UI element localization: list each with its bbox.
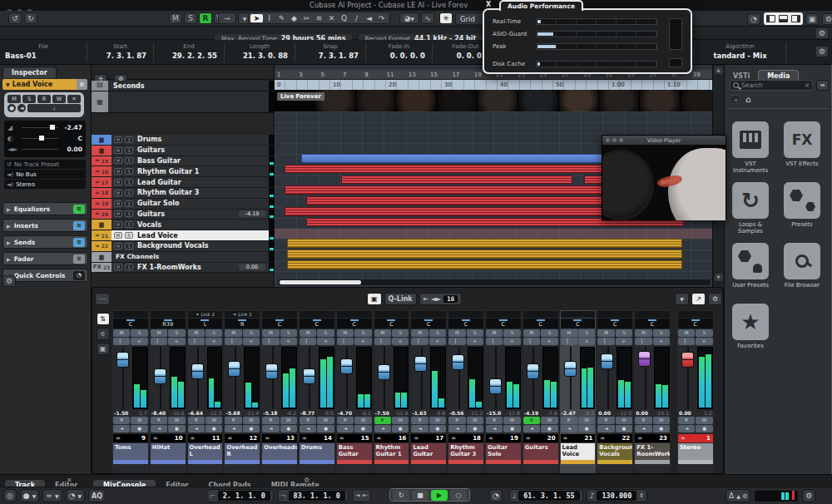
channel-name[interactable]: Lead Voice [561,443,596,460]
read-automation-button[interactable]: R [597,417,614,424]
record-enable-button[interactable]: ● [578,425,595,432]
track-mute-button[interactable]: M [114,147,122,154]
channel-name[interactable]: Overhead R [225,443,260,460]
channel-mute-button[interactable]: M [597,329,614,337]
toolbar-gear-icon[interactable]: ⚙ [822,13,832,25]
record-button[interactable]: ○ [450,490,467,501]
fader-cap[interactable] [681,352,694,368]
inspector-section-fader[interactable]: ▶Fader≋ [2,252,88,265]
mixer-expand-icon[interactable]: ↗ [691,293,706,305]
glue-tool-icon[interactable]: ≋ [313,14,325,22]
read-automation-button[interactable]: R [678,417,695,424]
pan-control[interactable]: C [411,319,446,329]
record-enable-button[interactable]: ● [206,425,222,432]
mixer-channel-hihat[interactable]: R39MS▏e-8.40-10.6RW◄●∞10HiHat [150,310,186,473]
channel-edit-button[interactable]: e [131,338,147,345]
mute-button[interactable]: M [7,95,21,103]
punch-icons[interactable]: ⇥⇤ [352,489,371,502]
audio-event[interactable] [287,239,682,248]
record-enable-button[interactable]: ● [653,425,670,432]
monitor-button[interactable]: ◄ [188,425,205,432]
read-automation-button[interactable]: R [635,417,651,424]
fader-db-value[interactable]: 0.00 [636,410,648,416]
channel-edit-button[interactable]: e [354,338,371,345]
channel-solo-button[interactable]: S [354,329,371,337]
track-solo-button[interactable]: S [125,221,133,228]
audio-event[interactable] [287,260,682,269]
fader-cap[interactable] [228,361,240,377]
channel-edit-button[interactable]: e [280,338,297,345]
routing-slot[interactable] [635,311,670,318]
monitor-button[interactable]: ◄ [448,425,465,432]
pan-control[interactable]: C [262,319,297,329]
fader-lane[interactable] [678,347,697,409]
marker-icon[interactable]: ◔ [489,489,503,502]
pan-control[interactable]: C [113,319,148,329]
precount-icon[interactable]: ◎ [3,489,17,502]
channel-name[interactable]: Toms [113,443,148,460]
inspector-section-equalizers[interactable]: ▶Equalizers≋ [2,202,88,215]
track-row-bass-guitar[interactable]: ≈15MSBass Guitar [92,156,275,167]
channel-insert-state[interactable]: ▏ [300,338,316,345]
pan-control[interactable]: C [678,319,713,329]
link-group-chip[interactable]: ⇤ ◄► 16 [419,293,463,305]
media-tile-vst-effects[interactable]: FXVST Effects [783,121,821,167]
track-solo-button[interactable]: S [125,190,133,196]
info-value[interactable]: 7. 3. 1. 87 [295,50,365,60]
fader-db-value[interactable]: -4.19 [524,410,538,416]
record-enable-button[interactable]: ● [243,425,260,432]
channel-solo-button[interactable]: S [503,329,520,337]
routing-slot[interactable] [523,311,558,318]
channel-insert-state[interactable]: ▏ [337,338,354,345]
media-tile-loops-samples[interactable]: ↻Loops & Samples [731,182,770,235]
track-mute-button[interactable]: M [114,157,122,164]
channel-mute-button[interactable]: M [300,329,316,337]
channel-mute-button[interactable]: M [523,329,540,337]
pan-control[interactable]: C [597,319,632,329]
write-automation-button[interactable]: W [206,417,222,424]
section-tag-icon[interactable]: ≋ [73,205,85,214]
mixer-channel-drums[interactable]: CMS▏e-8.77-0.5RW◄●∞14Drums [299,310,335,473]
media-tile-user-presets[interactable]: User Presets [731,243,770,289]
monitor-button[interactable]: ◄ [300,425,316,432]
fader-cap[interactable] [340,358,353,374]
read-automation-button[interactable]: R [486,417,503,424]
write-automation-button[interactable]: W [131,417,147,424]
fader-cap[interactable] [414,356,427,372]
channel-name[interactable]: Drums [300,443,334,460]
read-automation-button[interactable]: R [151,417,167,424]
routing-slot[interactable]: ⚭ Link 2 [225,311,260,318]
mixer-dropdown-icon[interactable]: ▼ [675,293,689,305]
fader-lane[interactable] [561,347,580,409]
setup-window-icon[interactable]: ▣ [805,13,819,25]
zoom-tool-icon[interactable]: Q [338,14,350,22]
channel-insert-state[interactable]: ▏ [225,338,241,345]
channel-insert-state[interactable]: ▏ [188,338,205,345]
auto-follow-icon[interactable]: ⊸ [218,12,236,24]
monitor-button[interactable]: ◄ [374,425,391,432]
channel-insert-state[interactable]: ▏ [113,338,130,345]
fader-lane[interactable] [486,347,505,409]
read-automation-button[interactable]: R [113,417,130,424]
monitor-button[interactable]: ◄ [486,425,503,432]
inspector-track-header[interactable]: ▼Lead Voice▶ [2,79,86,90]
write-automation-button[interactable]: W [467,417,483,424]
track-mute-button[interactable]: M [114,232,122,239]
channel-insert-state[interactable]: ▏ [262,338,279,345]
channel-name[interactable]: FX 1-RoomWork [635,443,670,460]
channel-edit-button[interactable]: e [168,338,185,345]
pan-control[interactable]: C [300,319,334,329]
channel-mute-button[interactable]: M [151,329,167,337]
track-solo-button[interactable]: S [125,200,133,207]
record-mode-button[interactable]: ●▼ [20,489,39,502]
track-solo-button[interactable]: S [125,168,133,175]
channel-edit-button[interactable]: e [653,338,670,345]
channel-solo-button[interactable]: S [578,329,595,337]
audio-event[interactable] [275,229,712,240]
channel-insert-state[interactable]: ▏ [597,338,614,345]
track-row-rhythm-guitar-3[interactable]: ≈18MSRhythm Guitar 3 [92,188,275,199]
arrange-hscrollbar[interactable] [278,279,711,285]
routing-slot[interactable] [337,311,372,318]
channel-edit-button[interactable]: e [696,338,712,345]
media-search-input[interactable]: Search ✕ [730,80,813,91]
